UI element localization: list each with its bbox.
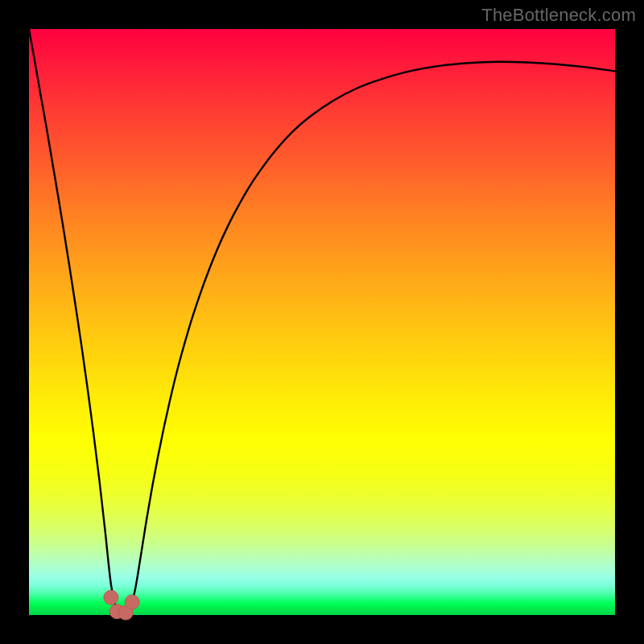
curve-marker-3 bbox=[125, 595, 139, 609]
chart-frame: TheBottleneck.com bbox=[0, 0, 644, 644]
watermark-text: TheBottleneck.com bbox=[481, 5, 636, 26]
bottleneck-curve bbox=[29, 29, 615, 615]
curve-marker-0 bbox=[104, 590, 118, 605]
plot-area bbox=[29, 29, 615, 615]
